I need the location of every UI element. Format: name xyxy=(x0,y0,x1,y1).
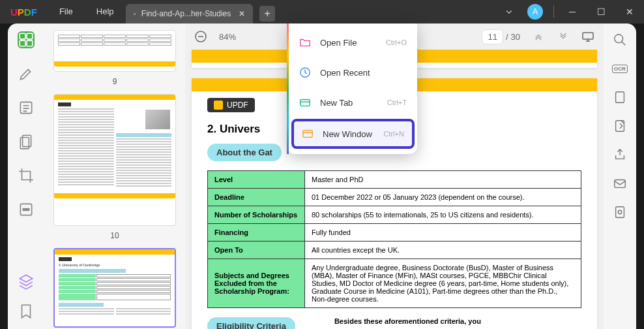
menu-new-tab[interactable]: New Tab Ctrl+T xyxy=(289,87,417,118)
menu-file[interactable]: File xyxy=(48,0,85,24)
share-icon[interactable] xyxy=(613,148,627,162)
window-close-button[interactable]: ✕ xyxy=(615,0,644,24)
export-icon[interactable] xyxy=(613,119,627,133)
tab-indicator-icon: ◦ xyxy=(134,9,136,18)
highlight-tool-icon[interactable] xyxy=(18,65,35,82)
dropdown-chevron-icon[interactable] xyxy=(497,0,521,24)
thumbnail-panel: 9 xyxy=(44,24,185,329)
thumbnail-page-10[interactable] xyxy=(53,94,176,226)
bookmark-icon[interactable] xyxy=(18,303,35,320)
svg-point-11 xyxy=(615,35,623,43)
presentation-icon[interactable] xyxy=(581,30,594,43)
shortcut-label: Ctrl+O xyxy=(386,39,407,46)
text-tool-icon[interactable] xyxy=(18,99,35,116)
tab-close-icon[interactable]: ✕ xyxy=(239,9,245,18)
document-tab[interactable]: ◦ Find-and-Ap...her-Studies ✕ xyxy=(126,4,254,24)
page-tool-icon[interactable] xyxy=(18,133,35,150)
tab-title: Find-and-Ap...her-Studies xyxy=(141,9,231,18)
ocr-icon[interactable]: OCR xyxy=(613,61,627,76)
window-icon xyxy=(302,128,314,140)
search-icon[interactable] xyxy=(613,33,627,47)
thumbnail-page-11[interactable]: 2. University of Cambridge xyxy=(53,248,176,328)
page-indicator: 11 / 30 xyxy=(482,29,520,44)
menu-open-file[interactable]: Open File Ctrl+O xyxy=(289,27,417,57)
clock-icon xyxy=(299,67,311,78)
left-toolbar xyxy=(8,24,44,329)
layers-icon[interactable] xyxy=(18,273,35,290)
svg-rect-18 xyxy=(300,100,310,106)
menu-help[interactable]: Help xyxy=(85,0,126,24)
svg-rect-10 xyxy=(583,33,593,39)
folder-icon xyxy=(299,37,311,48)
thumbnail-page-9[interactable] xyxy=(53,30,176,72)
right-toolbar: OCR xyxy=(604,24,636,329)
print-icon[interactable] xyxy=(613,205,627,219)
svg-rect-1 xyxy=(27,33,33,39)
window-minimize-button[interactable]: ─ xyxy=(558,0,587,24)
zoom-out-icon[interactable] xyxy=(194,30,207,43)
about-pill: About the Gat xyxy=(207,144,282,161)
updf-badge: UPDF xyxy=(207,98,255,112)
window-maximize-button[interactable]: ☐ xyxy=(587,0,615,24)
svg-rect-3 xyxy=(27,40,33,46)
svg-rect-2 xyxy=(20,40,25,46)
new-tab-button[interactable]: + xyxy=(259,6,275,22)
tab-icon xyxy=(299,97,311,108)
user-avatar[interactable]: A xyxy=(527,4,543,20)
document-mode-icon[interactable] xyxy=(613,90,627,104)
scroll-up-icon[interactable] xyxy=(532,32,545,41)
crop-tool-icon[interactable] xyxy=(18,167,35,184)
mail-icon[interactable] xyxy=(613,176,627,191)
svg-rect-14 xyxy=(615,180,626,188)
menu-new-window[interactable]: New Window Ctrl+N xyxy=(291,119,415,149)
criteria-text: Besides these aforementioned criteria, y… xyxy=(334,317,581,325)
divider xyxy=(553,6,554,18)
zoom-level: 84% xyxy=(219,32,236,42)
svg-rect-0 xyxy=(20,33,25,39)
thumbnails-tool-icon[interactable] xyxy=(18,31,35,48)
file-dropdown-menu: Open File Ctrl+O Open Recent New Tab Ctr… xyxy=(287,24,417,154)
shortcut-label: Ctrl+N xyxy=(384,130,404,138)
criteria-pill: Eligibility Criteria xyxy=(207,317,295,329)
shortcut-label: Ctrl+T xyxy=(387,99,407,106)
svg-rect-15 xyxy=(616,207,624,218)
app-logo: UPDF xyxy=(0,7,48,18)
scroll-down-icon[interactable] xyxy=(557,32,570,41)
scholarship-table: LevelMaster and PhD Deadline01 December … xyxy=(207,170,581,308)
svg-rect-12 xyxy=(616,92,624,103)
svg-point-16 xyxy=(618,210,622,214)
menu-open-recent[interactable]: Open Recent xyxy=(289,57,417,87)
redact-tool-icon[interactable] xyxy=(18,201,35,218)
page-current-input[interactable]: 11 xyxy=(482,29,503,44)
svg-rect-19 xyxy=(303,131,312,138)
thumbnail-number: 10 xyxy=(53,231,176,240)
thumbnail-number: 9 xyxy=(53,77,176,86)
svg-rect-8 xyxy=(23,208,30,211)
